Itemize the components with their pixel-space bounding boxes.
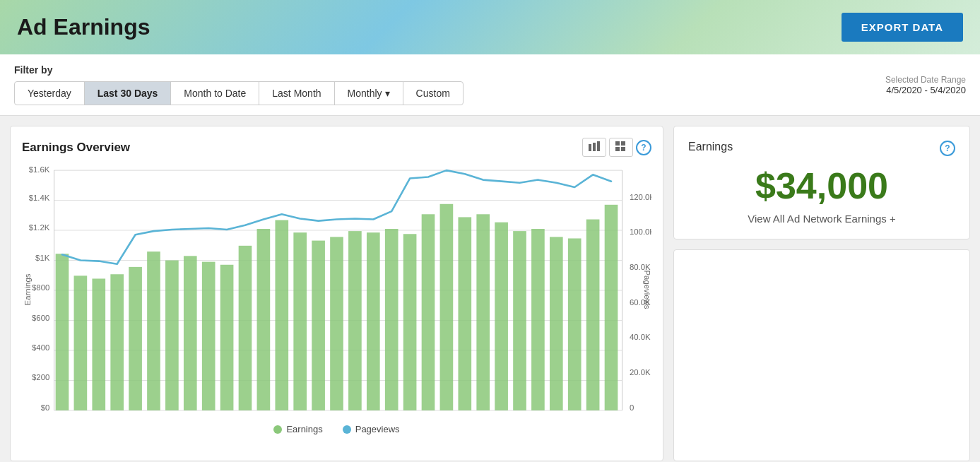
- svg-rect-48: [312, 241, 325, 410]
- svg-text:120.0K: 120.0K: [630, 193, 651, 201]
- svg-rect-61: [550, 237, 563, 410]
- svg-rect-42: [202, 262, 216, 410]
- svg-rect-51: [367, 232, 380, 410]
- svg-text:$1K: $1K: [35, 254, 50, 262]
- header: Ad Earnings EXPORT DATA: [0, 0, 980, 54]
- earnings-link[interactable]: View All Ad Network Earnings +: [688, 213, 955, 225]
- grid-icon: [615, 141, 627, 151]
- svg-text:$600: $600: [32, 314, 49, 322]
- svg-rect-34: [56, 254, 69, 410]
- chart-help-icon[interactable]: ?: [636, 140, 651, 155]
- svg-rect-0: [589, 144, 591, 151]
- svg-rect-36: [92, 278, 105, 410]
- svg-rect-53: [403, 234, 417, 410]
- svg-rect-49: [330, 237, 343, 410]
- svg-text:Apr-25: Apr-25: [464, 416, 488, 417]
- svg-rect-3: [615, 141, 620, 146]
- page-title: Ad Earnings: [17, 14, 150, 40]
- main-content: Earnings Overview: [0, 116, 980, 462]
- filter-label: Filter by: [14, 64, 463, 76]
- filter-monthly[interactable]: Monthly ▾: [334, 81, 403, 105]
- svg-text:$400: $400: [32, 343, 49, 352]
- svg-text:Pageviews: Pageviews: [643, 270, 651, 309]
- svg-rect-40: [165, 261, 179, 410]
- svg-text:$0: $0: [41, 403, 50, 412]
- chart-header: Earnings Overview: [22, 138, 651, 157]
- svg-rect-4: [621, 141, 625, 146]
- filter-lastmonth[interactable]: Last Month: [259, 81, 334, 105]
- svg-rect-37: [110, 274, 124, 410]
- svg-text:$200: $200: [32, 373, 49, 381]
- svg-rect-38: [129, 267, 142, 410]
- svg-rect-41: [184, 256, 197, 410]
- svg-rect-6: [621, 147, 625, 151]
- svg-rect-43: [220, 265, 234, 410]
- svg-rect-44: [239, 246, 252, 410]
- svg-rect-56: [458, 217, 471, 410]
- filter-left: Filter by Yesterday Last 30 Days Month t…: [14, 64, 463, 105]
- svg-rect-58: [495, 223, 508, 410]
- svg-rect-1: [593, 143, 596, 151]
- svg-rect-54: [422, 214, 435, 410]
- filter-yesterday[interactable]: Yesterday: [14, 81, 85, 105]
- pageviews-legend-label: Pageviews: [355, 424, 400, 434]
- filter-custom[interactable]: Custom: [403, 81, 464, 105]
- svg-text:$800: $800: [32, 283, 49, 292]
- earnings-panel: Earnings ? $34,000 View All Ad Network E…: [673, 126, 970, 239]
- svg-rect-59: [513, 231, 526, 410]
- svg-rect-5: [615, 147, 620, 151]
- dropdown-arrow-icon: ▾: [385, 88, 390, 99]
- earnings-help-icon[interactable]: ?: [940, 141, 955, 156]
- bar-chart-button[interactable]: [582, 138, 606, 157]
- earnings-amount: $34,000: [688, 165, 955, 207]
- svg-rect-47: [293, 232, 307, 410]
- svg-text:100.0K: 100.0K: [630, 227, 651, 236]
- svg-text:Apr-20: Apr-20: [361, 416, 385, 417]
- svg-rect-50: [348, 231, 362, 410]
- pageviews-legend-dot: [343, 425, 351, 434]
- svg-text:$1.2K: $1.2K: [29, 223, 50, 232]
- svg-rect-62: [568, 238, 581, 410]
- bar-chart-icon: [589, 141, 600, 151]
- filter-right: Selected Date Range 4/5/2020 - 5/4/2020: [885, 75, 966, 95]
- legend-pageviews: Pageviews: [343, 424, 400, 434]
- legend-earnings: Earnings: [273, 424, 322, 434]
- chart-svg: $0 $200 $400 $600 $800 $1K $1.2K $1.4K $…: [22, 162, 651, 417]
- svg-text:$1.6K: $1.6K: [29, 165, 50, 174]
- svg-rect-55: [440, 204, 454, 410]
- svg-text:0: 0: [630, 403, 634, 412]
- date-range-label: Selected Date Range: [885, 75, 966, 85]
- grid-chart-button[interactable]: [609, 138, 633, 157]
- svg-rect-64: [605, 205, 618, 410]
- filter-mtd[interactable]: Month to Date: [170, 81, 259, 105]
- svg-text:Apr-10: Apr-10: [141, 416, 165, 417]
- svg-text:Apr-5: Apr-5: [52, 416, 72, 417]
- chart-legend: Earnings Pageviews: [22, 424, 651, 434]
- svg-rect-46: [275, 220, 288, 410]
- svg-rect-2: [597, 141, 600, 151]
- svg-text:Apr-30: Apr-30: [552, 416, 576, 417]
- svg-rect-60: [531, 229, 545, 410]
- earnings-panel-title: Earnings: [688, 141, 733, 156]
- svg-rect-39: [147, 251, 160, 410]
- svg-rect-45: [257, 229, 271, 410]
- svg-rect-35: [74, 276, 88, 410]
- svg-text:Earnings: Earnings: [23, 273, 32, 305]
- svg-rect-52: [385, 229, 399, 410]
- filter-last30[interactable]: Last 30 Days: [84, 81, 172, 105]
- earnings-legend-label: Earnings: [286, 424, 322, 434]
- svg-rect-63: [586, 220, 600, 410]
- chart-title: Earnings Overview: [22, 141, 130, 155]
- date-range-value: 4/5/2020 - 5/4/2020: [885, 85, 966, 95]
- empty-panel: [673, 249, 970, 461]
- svg-text:Apr-15: Apr-15: [252, 416, 276, 417]
- earnings-legend-dot: [273, 425, 282, 434]
- svg-text:20.0K: 20.0K: [630, 368, 651, 377]
- svg-text:$1.4K: $1.4K: [29, 194, 50, 202]
- right-panels: Earnings ? $34,000 View All Ad Network E…: [673, 126, 970, 461]
- chart-area: $0 $200 $400 $600 $800 $1K $1.2K $1.4K $…: [22, 162, 651, 417]
- svg-text:40.0K: 40.0K: [630, 333, 651, 341]
- export-button[interactable]: EXPORT DATA: [842, 13, 963, 42]
- filter-buttons: Yesterday Last 30 Days Month to Date Las…: [14, 81, 463, 105]
- earnings-panel-header: Earnings ?: [688, 141, 955, 156]
